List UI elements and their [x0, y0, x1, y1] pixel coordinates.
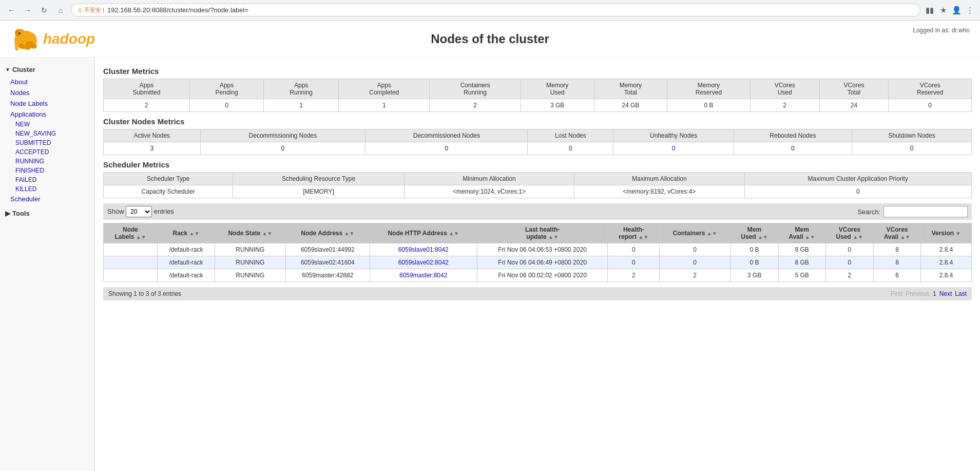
page-header: hadoop Nodes of the cluster Logged in as… [0, 21, 980, 58]
cell-last-health-update: Fri Nov 06 04:06:53 +0800 2020 [477, 243, 608, 256]
sm-val-max-priority: 0 [744, 185, 971, 198]
sm-col-max-priority: Maximum Cluster Application Priority [744, 173, 971, 185]
cell-containers: 2 [660, 269, 731, 282]
cm-col-apps-submitted: AppsSubmitted [104, 79, 190, 99]
sidebar-sublink-submitted[interactable]: SUBMITTED [5, 138, 94, 147]
nt-col-mem-avail[interactable]: MemAvail ▲▼ [778, 223, 825, 243]
nt-col-node-state[interactable]: Node State ▲▼ [215, 223, 285, 243]
nt-col-node-address[interactable]: Node Address ▲▼ [285, 223, 370, 243]
svg-point-5 [18, 44, 25, 49]
cluster-metrics-table: AppsSubmitted AppsPending AppsRunning Ap… [103, 79, 972, 112]
search-area: Search: [857, 206, 968, 217]
cluster-nodes-metrics-title: Cluster Nodes Metrics [103, 117, 972, 126]
show-label: Show [107, 208, 124, 215]
search-input[interactable] [883, 206, 968, 217]
nt-col-version[interactable]: Version ▼ [920, 223, 971, 243]
scheduler-metrics-title: Scheduler Metrics [103, 160, 972, 169]
nodes-header-row: NodeLabels ▲▼ Rack ▲▼ Node State ▲▼ Node… [104, 223, 972, 243]
menu-icon[interactable]: ⋮ [965, 5, 975, 15]
cm-col-memory-total: MemoryTotal [594, 79, 667, 99]
cell-node-http-address: 6059slave02:8042 [370, 256, 477, 269]
sm-col-min-allocation: Minimum Allocation [404, 173, 574, 185]
show-entries-area: Show 10 20 50 100 entries [107, 206, 174, 217]
cnm-val-shutdown: 0 [852, 142, 971, 155]
cell-mem-avail: 8 GB [778, 243, 825, 256]
nt-col-node-labels[interactable]: NodeLabels ▲▼ [104, 223, 158, 243]
cnm-val-decommissioned: 0 [366, 142, 528, 155]
cnm-col-lost: Lost Nodes [528, 129, 613, 142]
cnm-val-rebooted: 0 [734, 142, 852, 155]
entries-select[interactable]: 10 20 50 100 [126, 206, 152, 217]
cm-val-apps-completed: 1 [339, 99, 430, 112]
cell-mem-used: 3 GB [731, 269, 778, 282]
nt-col-vcores-avail[interactable]: VCoresAvail ▲▼ [874, 223, 921, 243]
cluster-section-header[interactable]: ▼ Cluster [0, 63, 94, 77]
nodes-tbody: /default-rack RUNNING 6059slave01:44992 … [104, 243, 972, 282]
tools-section-header[interactable]: ▶ Tools [0, 206, 94, 220]
extensions-icon[interactable]: ▮▮ [925, 5, 935, 15]
sidebar-item-scheduler[interactable]: Scheduler [0, 194, 94, 204]
cell-version: 2.8.4 [920, 269, 971, 282]
nt-col-vcores-used[interactable]: VCoresUsed ▲▼ [825, 223, 873, 243]
url-text: 192.168.56.20:8088/cluster/nodes/?node.l… [107, 6, 248, 14]
sidebar-sublink-new[interactable]: NEW [5, 120, 94, 129]
cell-node-labels [104, 243, 158, 256]
cell-mem-used: 0 B [731, 256, 778, 269]
tools-arrow-icon: ▶ [5, 210, 10, 217]
first-page-link[interactable]: First [891, 290, 902, 297]
sidebar-item-nodes[interactable]: Nodes [0, 87, 94, 98]
sidebar-item-about[interactable]: About [0, 77, 94, 87]
home-button[interactable]: ⌂ [54, 4, 67, 16]
nt-col-rack[interactable]: Rack ▲▼ [158, 223, 215, 243]
cell-vcores-avail: 8 [874, 243, 921, 256]
sm-val-scheduler-type: Capacity Scheduler [104, 185, 233, 198]
sidebar-sublink-accepted[interactable]: ACCEPTED [5, 147, 94, 157]
next-page-link[interactable]: Next [939, 290, 952, 297]
sidebar-sublink-finished[interactable]: FINISHED [5, 166, 94, 175]
cell-rack: /default-rack [158, 256, 215, 269]
sidebar-item-applications[interactable]: Applications [0, 109, 94, 120]
profile-icon[interactable]: 👤 [951, 5, 962, 15]
cell-version: 2.8.4 [920, 243, 971, 256]
sm-col-scheduling-resource-type: Scheduling Resource Type [233, 173, 405, 185]
svg-point-6 [25, 45, 31, 50]
cm-col-containers-running: ContainersRunning [430, 79, 521, 99]
cell-rack: /default-rack [158, 269, 215, 282]
address-bar[interactable]: ⚠ 不安全 | 192.168.56.20:8088/cluster/nodes… [71, 4, 920, 16]
sm-header-row: Scheduler Type Scheduling Resource Type … [104, 173, 972, 185]
table-row: /default-rack RUNNING 6059master:42882 6… [104, 269, 972, 282]
cnm-val-lost: 0 [528, 142, 613, 155]
scheduler-metrics-table: Scheduler Type Scheduling Resource Type … [103, 172, 972, 198]
sidebar-sublink-new-saving[interactable]: NEW_SAVING [5, 129, 94, 138]
cell-health-report: 2 [608, 269, 660, 282]
forward-button[interactable]: → [22, 4, 34, 16]
cm-val-apps-submitted: 2 [104, 99, 190, 112]
cell-node-address: 6059slave01:44992 [285, 243, 370, 256]
cnm-header-row: Active Nodes Decommissioning Nodes Decom… [104, 129, 972, 142]
sidebar-sublink-failed[interactable]: FAILED [5, 175, 94, 184]
last-page-link[interactable]: Last [955, 290, 967, 297]
sm-col-max-allocation: Maximum Allocation [574, 173, 744, 185]
sidebar-item-node-labels[interactable]: Node Labels [0, 98, 94, 109]
cnm-val-decommissioning: 0 [200, 142, 366, 155]
cell-health-report: 0 [608, 256, 660, 269]
cluster-metrics-header-row: AppsSubmitted AppsPending AppsRunning Ap… [104, 79, 972, 99]
reload-button[interactable]: ↻ [38, 4, 50, 16]
nt-col-containers[interactable]: Containers ▲▼ [660, 223, 731, 243]
nodes-table: NodeLabels ▲▼ Rack ▲▼ Node State ▲▼ Node… [103, 223, 972, 282]
sm-data-row: Capacity Scheduler [MEMORY] <memory:1024… [104, 185, 972, 198]
sm-val-scheduling-resource-type: [MEMORY] [233, 185, 405, 198]
sidebar-sublink-killed[interactable]: KILLED [5, 184, 94, 194]
nt-col-last-health-update[interactable]: Last health-update ▲▼ [477, 223, 608, 243]
nt-col-mem-used[interactable]: MemUsed ▲▼ [731, 223, 778, 243]
cell-vcores-used: 2 [825, 269, 873, 282]
cluster-nodes-metrics-table: Active Nodes Decommissioning Nodes Decom… [103, 129, 972, 155]
cell-vcores-used: 0 [825, 243, 873, 256]
nt-col-health-report[interactable]: Health-report ▲▼ [608, 223, 660, 243]
back-button[interactable]: ← [5, 4, 17, 16]
sidebar-sublink-running[interactable]: RUNNING [5, 157, 94, 166]
bookmark-icon[interactable]: ★ [938, 5, 948, 15]
nt-col-node-http-address[interactable]: Node HTTP Address ▲▼ [370, 223, 477, 243]
previous-page-link[interactable]: Previous [906, 290, 930, 297]
cluster-metrics-title: Cluster Metrics [103, 67, 972, 76]
